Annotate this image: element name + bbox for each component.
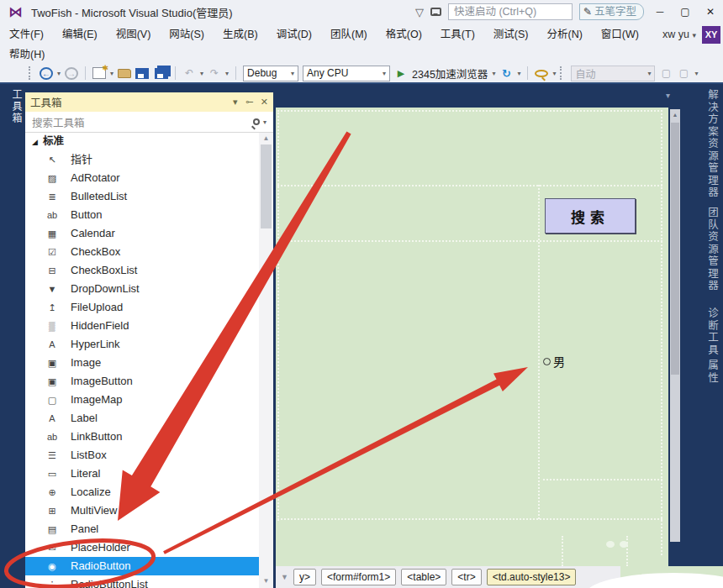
menu-test[interactable]: 测试(S) (484, 24, 538, 46)
toolbox-item-pointer[interactable]: ↖指针 (25, 150, 273, 169)
solution-config-dropdown[interactable]: Debug ▾ (243, 66, 298, 81)
toolbox-item-dropdownlist[interactable]: ▼DropDownList (25, 280, 273, 298)
quick-launch-input[interactable]: 快速启动 (Ctrl+Q) (448, 3, 573, 20)
menu-analyze[interactable]: 分析(N) (537, 24, 591, 46)
tab-solution-explorer[interactable]: 解决方案资源管理器 (699, 89, 720, 208)
menu-tools[interactable]: 工具(T) (431, 24, 484, 46)
toolbox-item-radiobuttonlist[interactable]: ⋮RadioButtonList (25, 575, 273, 588)
toolbox-item-adrotator[interactable]: ▨AdRotator (25, 169, 273, 187)
design-scrollbar[interactable]: ▲ (670, 109, 680, 542)
save-all-icon[interactable] (155, 68, 168, 79)
toolbox-item-calendar[interactable]: ▦Calendar (25, 224, 273, 243)
toolbox-item-bulletedlist[interactable]: ≣BulletedList (25, 187, 273, 206)
toolbar-grip-2[interactable] (560, 66, 563, 80)
toolbox-item-panel[interactable]: ▤Panel (25, 520, 273, 538)
menu-help[interactable]: 帮助(H) (0, 49, 54, 60)
avatar[interactable]: XY (702, 26, 720, 44)
tab-properties[interactable]: 属性 (699, 360, 720, 391)
platform-dropdown[interactable]: Any CPU ▾ (303, 66, 390, 81)
start-debug-icon[interactable]: ▶ (394, 66, 408, 81)
back-caret-icon[interactable]: ▾ (57, 70, 61, 77)
design-scrollbar-thumb[interactable] (671, 123, 679, 375)
toolbox-scrollbar[interactable]: ▲ ▼ (259, 133, 273, 588)
menu-team[interactable]: 团队(M) (321, 24, 377, 46)
search-caret-icon[interactable]: ▾ (263, 118, 267, 126)
toolbox-item-radiobutton[interactable]: ◉RadioButton (25, 557, 273, 575)
maximize-button[interactable]: ▢ (676, 6, 694, 18)
toolbox-scrollbar-thumb[interactable] (261, 144, 272, 228)
window-position-caret-icon[interactable]: ▾ (233, 97, 238, 108)
toolbar-overflow-2-icon[interactable]: ▾ (694, 70, 698, 77)
document-caret-icon[interactable]: ▾ (666, 91, 670, 100)
navigate-forward-icon[interactable]: → (65, 67, 78, 80)
toolbox-item-placeholder[interactable]: ✉PlaceHolder (25, 538, 273, 557)
design-surface[interactable]: 搜索 男 (276, 108, 668, 566)
toolbox-search-input[interactable]: 搜索工具箱 ▾ (25, 112, 273, 133)
run-target-label[interactable]: 2345加速浏览器 (412, 66, 488, 81)
redo-icon[interactable]: ↷ (208, 66, 221, 81)
run-target-caret-icon[interactable]: ▾ (492, 70, 495, 77)
menu-format[interactable]: 格式(O) (377, 24, 431, 46)
toolbox-item-literal[interactable]: ▭Literal (25, 465, 273, 483)
scroll-down-icon[interactable]: ▼ (259, 577, 273, 585)
toolbox-side-tab[interactable]: 工具箱 (4, 89, 24, 124)
find-in-files-icon[interactable] (535, 70, 548, 77)
minimize-button[interactable]: ─ (651, 6, 669, 18)
toolbox-item-imagemap[interactable]: ▢ImageMap (25, 391, 273, 409)
toolbox-item-imagebutton[interactable]: ▣ImageButton (25, 372, 273, 391)
design-radio-male[interactable]: 男 (543, 353, 565, 370)
menu-view[interactable]: 视图(V) (107, 24, 161, 46)
notifications-funnel-icon[interactable]: ▽ (415, 6, 424, 18)
open-file-icon[interactable] (118, 69, 131, 78)
ime-badge[interactable]: ✎ 五笔字型 (579, 3, 644, 20)
resize-handle[interactable] (620, 541, 628, 548)
undo-icon[interactable]: ↶ (182, 66, 196, 81)
toolbox-close-icon[interactable]: ✕ (261, 97, 268, 108)
toolbox-item-hiddenfield[interactable]: ▒HiddenField (25, 317, 273, 335)
design-search-button[interactable]: 搜索 (545, 198, 636, 234)
toolbox-item-listbox[interactable]: ☰ListBox (25, 446, 273, 465)
toolbox-item-checkboxlist[interactable]: ⊟CheckBoxList (25, 261, 273, 280)
toolbox-item-image[interactable]: ▣Image (25, 354, 273, 372)
toolbar-overflow-icon[interactable]: ▾ (552, 70, 556, 77)
signed-in-user[interactable]: xw yu ▾ (662, 24, 696, 46)
design-scroll-up-icon[interactable]: ▲ (670, 112, 680, 118)
toolbox-item-button[interactable]: abButton (25, 206, 273, 224)
menu-debug[interactable]: 调试(D) (267, 24, 321, 46)
tag-table[interactable]: <table> (401, 569, 446, 585)
tag-form[interactable]: <form#form1> (321, 569, 396, 585)
toolbox-item-localize[interactable]: ⊕Localize (25, 483, 273, 501)
new-file-caret-icon[interactable]: ▾ (110, 70, 113, 77)
tab-team-explorer[interactable]: 团队资源管理器 (699, 207, 720, 306)
toolbar-grip[interactable] (29, 66, 32, 80)
refresh-caret-icon[interactable]: ▾ (517, 70, 520, 77)
menu-window[interactable]: 窗口(W) (592, 24, 648, 46)
close-button[interactable]: ✕ (701, 6, 720, 18)
menu-build[interactable]: 生成(B) (214, 24, 267, 46)
new-file-icon[interactable]: ✱ (92, 67, 106, 79)
resize-handle[interactable] (606, 541, 615, 548)
refresh-icon[interactable]: ↻ (499, 66, 513, 81)
tag-navigator-caret-icon[interactable]: ▼ (281, 573, 288, 581)
menu-website[interactable]: 网站(S) (160, 24, 214, 46)
tab-diagnostic-tools[interactable]: 诊断工具 (699, 307, 720, 356)
scroll-up-icon[interactable]: ▲ (259, 134, 273, 142)
toolbox-section-standard[interactable]: ◢标准 (25, 133, 273, 150)
toolbox-item-multiview[interactable]: ⊞MultiView (25, 501, 273, 520)
toolbox-item-label[interactable]: ALabel (25, 409, 273, 428)
undo-caret-icon[interactable]: ▾ (200, 70, 203, 77)
menu-edit[interactable]: 编辑(E) (53, 24, 107, 46)
toolbox-header[interactable]: 工具箱 ▾ ⊸ ✕ (25, 92, 273, 112)
toolbox-item-linkbutton[interactable]: abLinkButton (25, 428, 273, 446)
menu-file[interactable]: 文件(F) (0, 24, 53, 46)
toolbox-item-hyperlink[interactable]: AHyperLink (25, 335, 273, 354)
tag-tr[interactable]: <tr> (451, 569, 481, 585)
toolbox-item-checkbox[interactable]: ☑CheckBox (25, 243, 273, 261)
redo-caret-icon[interactable]: ▾ (225, 70, 229, 77)
tag-body[interactable]: y> (293, 569, 316, 585)
tag-td-active[interactable]: <td.auto-style13> (487, 569, 577, 585)
pin-icon[interactable]: ⊸ (245, 97, 253, 108)
feedback-icon[interactable] (430, 8, 441, 16)
navigate-back-icon[interactable]: ← (40, 67, 53, 80)
save-icon[interactable] (135, 68, 149, 79)
